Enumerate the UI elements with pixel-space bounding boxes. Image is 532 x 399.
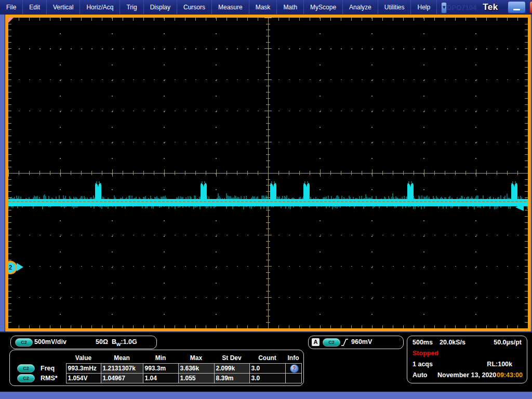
meas-cell: 8.39m	[214, 374, 249, 383]
menu-bar: FileEditVerticalHoriz/AcqTrigDisplayCurs…	[0, 0, 437, 15]
trigger-level-value: 960mV	[351, 338, 372, 345]
menu-item-measure[interactable]: Measure	[212, 0, 249, 15]
channel-badge: C2	[15, 338, 33, 347]
minimize-button[interactable]	[508, 1, 526, 14]
meas-header-min: Min	[143, 352, 178, 364]
measurement-row: C2RMS*1.054V1.049671.041.0558.39m3.0	[12, 374, 301, 383]
rising-edge-icon	[341, 338, 349, 349]
meas-info-cell: ?	[285, 364, 301, 374]
trigger-channel-badge: C2	[323, 338, 340, 347]
channel-badge: C2	[17, 374, 35, 382]
resolution: 50.0µs/pt	[494, 339, 522, 346]
measurement-label: RMS*	[41, 375, 58, 382]
meas-info-cell	[285, 374, 301, 383]
channel-scale: 500mV/div	[34, 338, 66, 345]
meas-cell: 1.04	[143, 374, 178, 383]
info-icon[interactable]: ?	[290, 364, 299, 373]
tek-logo: Tek	[483, 2, 498, 12]
corner-marker-icon	[8, 18, 14, 23]
time-label: 09:43:00	[497, 371, 523, 379]
display-frame: 2	[5, 15, 531, 331]
channel-bandwidth: BW:1.0G	[112, 338, 137, 347]
meas-cell: 1.054V	[66, 374, 101, 383]
record-length: RL:100k	[487, 361, 512, 368]
channel-readout[interactable]: C2 500mV/div 50Ω BW:1.0G	[10, 336, 157, 349]
menu-item-cursors[interactable]: Cursors	[177, 0, 212, 15]
acquisition-count: 1 acqs	[413, 361, 433, 368]
meas-header-info: Info	[285, 352, 301, 364]
close-button[interactable]: X	[529, 1, 532, 14]
meas-cell: 993.3m	[143, 364, 178, 374]
meas-header-mean: Mean	[101, 352, 143, 364]
meas-header-count: Count	[249, 352, 285, 364]
trigger-readout[interactable]: A C2 960mV	[308, 336, 404, 349]
menu-item-analyze[interactable]: Analyze	[343, 0, 378, 15]
menu-item-edit[interactable]: Edit	[23, 0, 47, 15]
measurement-label: Freq	[41, 365, 55, 372]
sample-rate: 20.0kS/s	[440, 339, 466, 346]
menu-item-utilities[interactable]: Utilities	[378, 0, 411, 15]
time-per-div: 500ms	[413, 339, 433, 346]
menu-item-horiz-acq[interactable]: Horiz/Acq	[80, 0, 120, 15]
meas-header-max: Max	[178, 352, 214, 364]
acquisition-status: Stopped	[413, 350, 438, 357]
trigger-source-label: A	[312, 338, 320, 346]
meas-cell: 1.055	[178, 374, 214, 383]
graticule	[8, 18, 528, 328]
measurement-panel[interactable]: ValueMeanMinMaxSt DevCountInfoC2Freq993.…	[9, 350, 304, 386]
meas-cell: 1.2131307k	[101, 364, 143, 374]
channel-badge: C2	[17, 364, 35, 373]
chevron-down-icon: ▼	[442, 5, 446, 10]
meas-header-st-dev: St Dev	[214, 352, 249, 364]
meas-cell: 3.636k	[178, 364, 214, 374]
date-label: November 13, 2020	[437, 371, 496, 379]
trigger-mode: Auto	[413, 371, 427, 379]
menu-item-file[interactable]: File	[0, 0, 23, 15]
meas-cell: 2.099k	[214, 364, 249, 374]
meas-cell: 3.0	[249, 374, 285, 383]
channel-impedance: 50Ω	[96, 338, 108, 345]
minimize-icon	[513, 9, 520, 10]
waveform-screen: 2	[8, 18, 528, 328]
model-label: DPO7104	[447, 4, 476, 11]
titlebar: FileEditVerticalHoriz/AcqTrigDisplayCurs…	[0, 0, 532, 15]
channel2-arrow-icon	[17, 263, 23, 271]
menu-item-myscope[interactable]: MyScope	[304, 0, 343, 15]
menu-item-mask[interactable]: Mask	[249, 0, 277, 15]
menu-item-help[interactable]: Help	[411, 0, 437, 15]
menu-item-math[interactable]: Math	[277, 0, 304, 15]
measurement-table: ValueMeanMinMaxSt DevCountInfoC2Freq993.…	[12, 352, 302, 383]
measurement-row: C2Freq993.3mHz1.2131307k993.3m3.636k2.09…	[12, 364, 301, 374]
menu-item-vertical[interactable]: Vertical	[47, 0, 80, 15]
horizontal-readout[interactable]: 500ms 20.0kS/s 50.0µs/pt Stopped 1 acqs …	[407, 336, 527, 383]
meas-header-value: Value	[66, 352, 101, 364]
meas-cell: 993.3mHz	[66, 364, 101, 374]
menu-item-display[interactable]: Display	[144, 0, 177, 15]
meas-cell: 1.04967	[101, 374, 143, 383]
menu-item-trig[interactable]: Trig	[120, 0, 143, 15]
readout-panel: C2 500mV/div 50Ω BW:1.0G A C2 960mV 500m…	[0, 331, 532, 392]
menu-dropdown-button[interactable]: ▼	[441, 2, 447, 14]
meas-cell: 3.0	[249, 364, 285, 374]
